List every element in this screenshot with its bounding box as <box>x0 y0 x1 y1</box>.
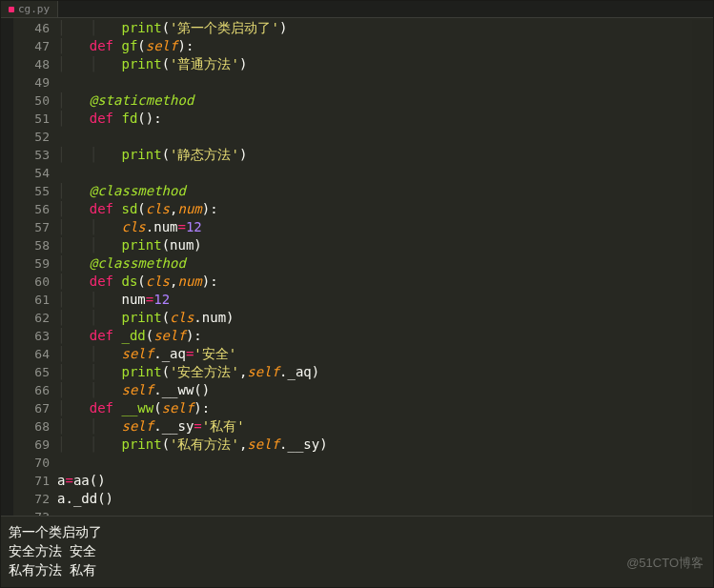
line-number: 51 <box>13 110 50 128</box>
code-line[interactable]: │ │ print('第一个类启动了') <box>57 19 713 37</box>
line-number: 52 <box>13 128 50 146</box>
line-number: 62 <box>13 309 50 327</box>
line-number: 55 <box>13 182 50 200</box>
code-line[interactable] <box>57 73 713 91</box>
code-line[interactable]: │ @staticmethod <box>57 91 713 110</box>
code-line[interactable] <box>57 508 713 516</box>
line-number: 53 <box>13 146 50 164</box>
code-line[interactable]: │ def _dd(self): <box>57 327 713 345</box>
output-line: 私有方法 私有 <box>9 560 705 579</box>
line-number: 50 <box>13 91 50 110</box>
code-line[interactable]: │ │ self._aq='安全' <box>57 345 713 363</box>
code-line[interactable]: │ │ print('私有方法',self.__sy) <box>57 436 713 454</box>
code-line[interactable]: │ │ print('安全方法',self._aq) <box>57 363 713 381</box>
line-number: 61 <box>13 291 50 309</box>
line-number: 56 <box>13 200 50 218</box>
line-number: 58 <box>13 236 50 254</box>
code-line[interactable]: │ │ self.__ww() <box>57 381 713 399</box>
line-number: 71 <box>13 472 50 490</box>
line-number: 70 <box>13 454 50 472</box>
code-line[interactable]: │ │ print('普通方法') <box>57 55 713 73</box>
line-number: 46 <box>13 19 50 37</box>
minimap[interactable] <box>692 20 711 514</box>
code-line[interactable] <box>57 454 713 472</box>
line-number: 67 <box>13 399 50 417</box>
line-number: 57 <box>13 218 50 236</box>
line-number: 54 <box>13 164 50 182</box>
editor-container: 4647484950515253545556575859606162636465… <box>1 18 713 516</box>
tab-label: cg.py <box>18 3 50 15</box>
code-line[interactable]: │ │ print('静态方法') <box>57 146 713 164</box>
line-number: 72 <box>13 490 50 508</box>
code-line[interactable]: │ @classmethod <box>57 182 713 200</box>
code-line[interactable]: │ │ print(num) <box>57 236 713 254</box>
code-line[interactable]: │ │ cls.num=12 <box>57 218 713 236</box>
line-number: 64 <box>13 345 50 363</box>
output-line: 第一个类启动了 <box>9 522 705 541</box>
code-line[interactable]: │ │ print(cls.num) <box>57 309 713 327</box>
line-number: 60 <box>13 273 50 291</box>
watermark: @51CTO博客 <box>626 555 704 572</box>
line-number: 68 <box>13 417 50 436</box>
line-number: 65 <box>13 363 50 381</box>
line-number: 66 <box>13 381 50 399</box>
code-line[interactable] <box>57 164 713 182</box>
tab-bar: cg.py <box>1 1 713 18</box>
line-number: 59 <box>13 254 50 273</box>
python-file-icon <box>9 7 14 12</box>
code-line[interactable]: │ │ self.__sy='私有' <box>57 417 713 436</box>
code-line[interactable] <box>57 128 713 146</box>
output-panel[interactable]: 第一个类启动了安全方法 安全私有方法 私有 <box>1 516 713 587</box>
line-number: 48 <box>13 55 50 73</box>
folded-sidebar[interactable] <box>1 18 13 516</box>
line-number: 49 <box>13 73 50 91</box>
line-number: 47 <box>13 37 50 55</box>
line-number: 69 <box>13 436 50 454</box>
code-line[interactable]: │ def fd(): <box>57 110 713 128</box>
code-line[interactable]: │ def ds(cls,num): <box>57 273 713 291</box>
code-line[interactable]: a._dd() <box>57 490 713 508</box>
file-tab[interactable]: cg.py <box>1 1 58 17</box>
code-line[interactable]: │ def __ww(self): <box>57 399 713 417</box>
code-line[interactable]: a=aa() <box>57 472 713 490</box>
line-number: 63 <box>13 327 50 345</box>
code-editor[interactable]: │ │ print('第一个类启动了')│ def gf(self):│ │ p… <box>57 18 713 516</box>
output-line: 安全方法 安全 <box>9 541 705 560</box>
code-line[interactable]: │ │ num=12 <box>57 291 713 309</box>
line-number-gutter: 4647484950515253545556575859606162636465… <box>13 18 57 516</box>
code-line[interactable]: │ def sd(cls,num): <box>57 200 713 218</box>
code-line[interactable]: │ @classmethod <box>57 254 713 273</box>
code-line[interactable]: │ def gf(self): <box>57 37 713 55</box>
